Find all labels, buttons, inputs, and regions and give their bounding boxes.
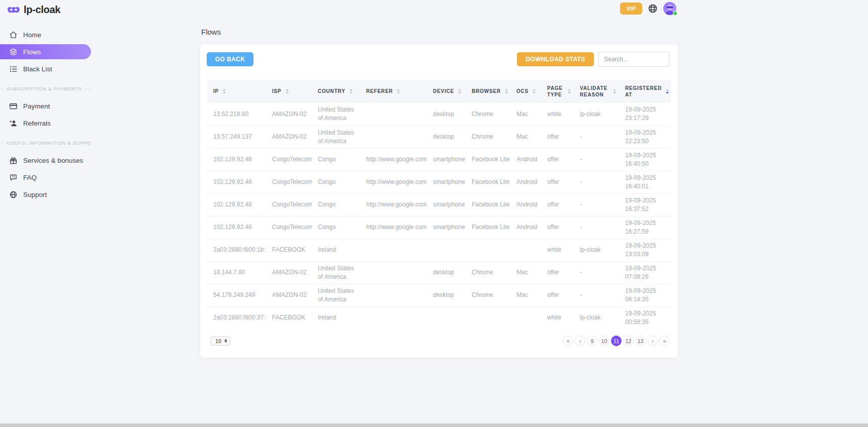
cell-isp: AMAZON-02 — [266, 126, 312, 148]
sidebar: HomeFlowsBlack List SUBSCRIPTION & PAYME… — [0, 27, 91, 204]
pagination-prev-button[interactable]: ‹ — [575, 336, 585, 346]
sidebar-item-payment[interactable]: Payment — [0, 98, 91, 114]
sidebar-section-title: USEFUL INFORMATION & SUPPORT — [0, 140, 91, 146]
sort-icon — [286, 89, 289, 94]
table-row: 13.57.249.137AMAZON-02United States of A… — [207, 126, 671, 148]
registered-date: 19-09-2025 — [625, 242, 667, 250]
column-header-inner: IP — [213, 88, 263, 95]
registered-date: 19-09-2025 — [625, 287, 667, 295]
cell-ocs: Android — [510, 193, 541, 216]
flows-table: IPISPCOUNTRYREFERERDEVICEBROWSEROCSPAGE … — [207, 80, 671, 329]
gift-icon — [9, 156, 18, 165]
cell-referer: http://www.google.com/ — [360, 193, 427, 216]
pagination-page-9[interactable]: 9 — [587, 336, 597, 346]
cell-registered_at: 19-09-202513:03:09 — [619, 239, 671, 261]
registered-time: 16:40:01 — [625, 182, 667, 191]
cell-ip: 102.129.92.48 — [207, 193, 266, 216]
sidebar-item-referrals[interactable]: Referrals — [0, 116, 91, 131]
cell-validate_reason: lp-cloak — [574, 239, 619, 261]
pagination-page-10[interactable]: 10 — [599, 336, 610, 346]
sidebar-item-services-bonuses[interactable]: Services & bonuses — [0, 153, 91, 168]
column-header-device[interactable]: DEVICE — [427, 80, 466, 103]
sidebar-item-black-list[interactable]: Black List — [0, 61, 91, 76]
pagination-page-13[interactable]: 13 — [635, 336, 646, 346]
language-globe-icon[interactable] — [648, 4, 658, 14]
cell-isp: CongoTelecom — [266, 148, 312, 171]
card-toolbar: GO BACK DOWNLOAD STATS — [200, 44, 678, 67]
column-header-label: BROWSER — [472, 88, 501, 95]
sidebar-item-label: Services & bonuses — [23, 157, 83, 164]
column-header-validate_reason[interactable]: VALIDATE REASON — [574, 80, 619, 103]
column-header-isp[interactable]: ISP — [266, 80, 312, 103]
column-header-ocs[interactable]: OCS — [510, 80, 541, 103]
sidebar-item-home[interactable]: Home — [0, 27, 91, 42]
sort-icon — [505, 89, 508, 94]
section-dash — [0, 88, 4, 89]
download-stats-button[interactable]: DOWNLOAD STATS — [517, 52, 594, 66]
column-header-country[interactable]: COUNTRY — [312, 80, 360, 103]
cell-country: Congo — [312, 216, 360, 239]
toolbar-right: DOWNLOAD STATS — [517, 52, 669, 67]
sidebar-item-faq[interactable]: ?!FAQ — [0, 170, 91, 185]
cell-validate_reason: - — [574, 216, 619, 239]
cell-referer — [360, 306, 427, 329]
pagination-first-button[interactable]: « — [563, 336, 573, 346]
cell-page_type: white — [541, 306, 574, 329]
column-header-registered_at[interactable]: REGISTERED AT — [619, 80, 671, 103]
cell-device: desktop — [427, 284, 466, 306]
vip-button[interactable]: VIP — [620, 3, 642, 15]
cell-ip: 102.129.92.48 — [207, 171, 266, 193]
pagination-page-11[interactable]: 11 — [611, 336, 622, 346]
faq-bubble-icon: ?! — [9, 173, 18, 182]
horizontal-scrollbar[interactable] — [0, 423, 868, 427]
column-header-referer[interactable]: REFERER — [360, 80, 427, 103]
pagination-page-12[interactable]: 12 — [623, 336, 634, 346]
column-header-label: REFERER — [366, 88, 393, 95]
cell-isp: CongoTelecom — [266, 193, 312, 216]
cell-ocs — [510, 306, 541, 329]
cell-page_type: offer — [541, 261, 574, 284]
sort-icon — [613, 89, 616, 94]
cell-registered_at: 19-09-202516:40:01 — [619, 171, 671, 193]
sort-icon — [458, 89, 461, 94]
cell-ocs: Mac — [510, 261, 541, 284]
column-header-label: COUNTRY — [318, 88, 345, 95]
sidebar-item-support[interactable]: Support — [0, 187, 91, 202]
go-back-button[interactable]: GO BACK — [207, 52, 253, 66]
column-header-inner: REFERER — [366, 88, 424, 95]
section-title-label: USEFUL INFORMATION & SUPPORT — [7, 140, 91, 146]
cell-page_type: offer — [541, 193, 574, 216]
sidebar-item-flows[interactable]: Flows — [0, 44, 91, 59]
cell-ip: 102.129.92.48 — [207, 148, 266, 171]
table-row: 13.52.218.60AMAZON-02United States of Am… — [207, 103, 671, 126]
cell-isp: CongoTelecom — [266, 171, 312, 193]
search-input[interactable] — [598, 52, 669, 67]
pagination-last-button[interactable]: » — [659, 336, 670, 346]
table-row: 54.176.249.249AMAZON-02United States of … — [207, 284, 671, 306]
cell-device: smartphone — [427, 193, 466, 216]
mask-logo-icon — [7, 5, 20, 15]
column-header-ip[interactable]: IP — [207, 80, 266, 103]
cell-referer — [360, 261, 427, 284]
cell-referer: http://www.google.com/ — [360, 171, 427, 193]
blacklist-icon — [9, 64, 18, 73]
cell-registered_at: 19-09-202506:14:35 — [619, 284, 671, 306]
column-header-inner: PAGE TYPE — [547, 85, 571, 98]
column-header-page_type[interactable]: PAGE TYPE — [541, 80, 574, 103]
registered-time: 00:58:35 — [625, 318, 667, 327]
cell-country: United States of America — [312, 103, 360, 126]
cell-country: United States of America — [312, 261, 360, 284]
sort-icon — [350, 89, 353, 94]
pagination: «‹910111213›» — [563, 336, 670, 346]
column-header-browser[interactable]: BROWSER — [466, 80, 510, 103]
pagination-next-button[interactable]: › — [647, 336, 658, 346]
brand[interactable]: lp-cloak — [7, 4, 60, 16]
sort-icon — [666, 89, 669, 94]
cell-registered_at: 19-09-202516:40:50 — [619, 148, 671, 171]
cell-validate_reason: - — [574, 284, 619, 306]
home-icon — [9, 30, 18, 39]
registered-date: 19-09-2025 — [625, 196, 667, 205]
user-avatar[interactable] — [663, 2, 676, 15]
page-size-select[interactable]: 10 — [211, 337, 230, 346]
flows-icon — [9, 47, 18, 56]
